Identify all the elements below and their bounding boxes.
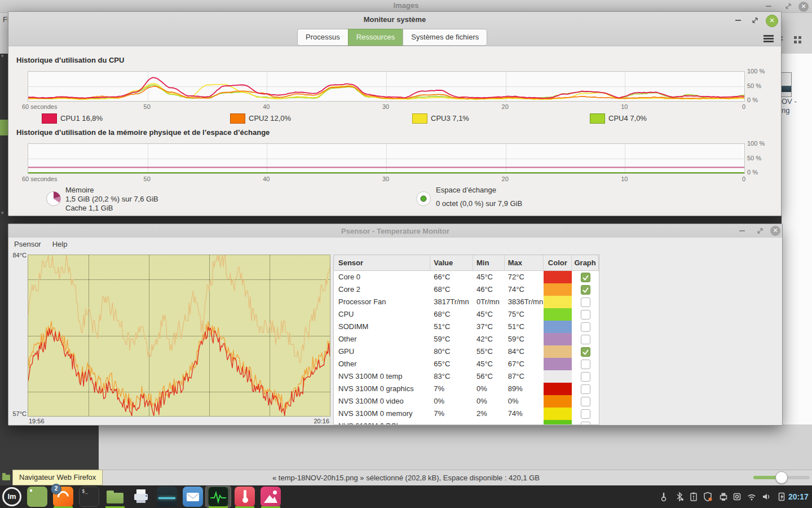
mail-icon[interactable] (183, 487, 203, 507)
background-maximize-icon[interactable] (785, 3, 792, 10)
table-row[interactable]: CPU68°C45°C75°C (334, 308, 599, 321)
legend-color-swatch[interactable] (42, 113, 57, 124)
sensor-name: NVS 3100M 0 temp (334, 370, 430, 383)
psensor-maximize-icon[interactable] (757, 227, 764, 234)
graph-checkbox[interactable] (581, 422, 590, 426)
file-caption[interactable]: OV - ng (782, 97, 811, 115)
graph-checkbox[interactable] (581, 285, 590, 295)
tray-volume-icon[interactable] (761, 492, 771, 502)
graph-checkbox[interactable] (581, 409, 590, 419)
sensor-value (430, 420, 473, 425)
sensor-color-swatch[interactable] (544, 333, 572, 345)
image-viewer-icon[interactable] (261, 487, 281, 507)
tab-syst-mes-de-fichiers[interactable]: Systèmes de fichiers (403, 29, 487, 46)
legend-color-swatch[interactable] (590, 113, 605, 124)
sensor-color-swatch[interactable] (544, 271, 572, 283)
tray-battery-icon[interactable] (776, 492, 787, 502)
memory-section-title: Historique d’utilisation de la mémoire p… (16, 128, 270, 137)
tray-printer-icon[interactable] (718, 492, 729, 502)
tray-clipboard-icon[interactable] (689, 492, 699, 502)
sensor-color-swatch[interactable] (544, 370, 572, 383)
graph-checkbox[interactable] (581, 273, 590, 282)
tray-wifi-icon[interactable] (747, 492, 757, 502)
table-row[interactable]: NVS 3100M 0 memory7%2%74% (334, 408, 599, 420)
sensor-color-swatch[interactable] (544, 383, 572, 395)
psensor-minimize-button[interactable] (739, 230, 745, 231)
sidebar-expander-icon[interactable]: ▾ (1, 53, 4, 59)
mint-menu-icon[interactable]: lm (2, 487, 21, 506)
graph-checkbox[interactable] (581, 335, 590, 344)
table-row[interactable]: NVS 3100M 0 video0%0%0% (334, 395, 599, 408)
sensor-color-swatch[interactable] (544, 308, 572, 321)
column-header-graph[interactable]: Graph (572, 255, 599, 270)
show-desktop-icon[interactable] (27, 487, 47, 507)
table-row[interactable]: NVS 3100M 0 PCIe (334, 420, 599, 425)
printer-launcher-icon[interactable] (131, 487, 151, 507)
tray-thermometer-icon[interactable] (659, 492, 669, 502)
monitor-minimize-button[interactable] (735, 20, 741, 21)
zoom-slider-handle[interactable] (775, 471, 788, 484)
psensor-window: Psensor - Temperature Monitor ✕ PsensorH… (8, 224, 783, 426)
graph-checkbox[interactable] (581, 310, 590, 319)
table-row[interactable]: Other65°C45°C67°C (334, 358, 599, 370)
legend-cpu1: CPU1 16,8% (42, 113, 166, 122)
zoom-slider[interactable] (753, 476, 810, 479)
sensor-color-swatch[interactable] (544, 321, 572, 333)
psensor-close-button[interactable]: ✕ (770, 226, 780, 236)
grid-view-icon[interactable] (794, 36, 802, 43)
tray-bluetooth-icon[interactable] (674, 492, 685, 502)
table-row[interactable]: Processor Fan3817Tr/mn0Tr/mn3836Tr/mn (334, 296, 599, 308)
column-header-max[interactable]: Max (505, 255, 544, 270)
desktop: Images ✕ Fichier ▾ ▾ OV - ng « temp-18NO… (0, 0, 812, 508)
firefox-icon[interactable]: 2 (53, 487, 73, 507)
column-header-min[interactable]: Min (473, 255, 505, 270)
sensor-color-swatch[interactable] (544, 358, 572, 370)
graph-checkbox-cell (572, 283, 599, 296)
sensor-color-swatch[interactable] (544, 283, 572, 296)
psensor-launcher-icon[interactable] (208, 487, 228, 507)
tray-shield-icon[interactable] (703, 492, 713, 502)
table-row[interactable]: Core 066°C45°C72°C (334, 271, 599, 283)
graph-checkbox[interactable] (581, 384, 590, 394)
graph-checkbox[interactable] (581, 360, 590, 369)
hamburger-menu-icon[interactable] (764, 35, 774, 42)
sensor-color-swatch[interactable] (544, 395, 572, 408)
graph-checkbox[interactable] (581, 372, 590, 382)
background-close-button[interactable]: ✕ (798, 2, 809, 12)
column-header-value[interactable]: Value (430, 255, 473, 270)
menu-psensor[interactable]: Psensor (14, 238, 41, 251)
file-thumbnail[interactable] (780, 72, 792, 97)
tray-backup-icon[interactable] (732, 492, 742, 502)
terminal-icon[interactable]: $_ (79, 487, 99, 507)
sensor-color-swatch[interactable] (544, 408, 572, 420)
taskbar-clock[interactable]: 20:17 (788, 492, 812, 501)
column-header-sensor[interactable]: Sensor (334, 255, 430, 270)
table-row[interactable]: Core 268°C46°C74°C (334, 283, 599, 296)
sensor-color-swatch[interactable] (544, 420, 572, 425)
sensor-value: 66°C (430, 271, 473, 283)
graph-checkbox[interactable] (581, 397, 590, 406)
monitor-close-button[interactable]: ✕ (766, 15, 778, 27)
table-row[interactable]: NVS 3100M 0 temp83°C56°C87°C (334, 370, 599, 383)
table-row[interactable]: Other59°C42°C59°C (334, 333, 599, 345)
table-row[interactable]: NVS 3100M 0 graphics7%0%89% (334, 383, 599, 395)
legend-color-swatch[interactable] (230, 113, 245, 124)
monitor-maximize-icon[interactable] (752, 17, 758, 24)
files-icon[interactable] (105, 487, 125, 507)
thermometer-launcher-icon[interactable] (235, 487, 255, 507)
sensor-color-swatch[interactable] (544, 296, 572, 308)
legend-color-swatch[interactable] (412, 113, 427, 124)
column-header-color[interactable]: Color (544, 255, 572, 270)
table-row[interactable]: SODIMM51°C37°C51°C (334, 321, 599, 333)
table-row[interactable]: GPU80°C55°C84°C (334, 345, 599, 358)
graph-checkbox[interactable] (581, 347, 590, 357)
tab-processus[interactable]: Processus (297, 29, 348, 46)
menu-help[interactable]: Help (52, 238, 68, 251)
tab-ressources[interactable]: Ressources (348, 29, 404, 46)
graph-checkbox[interactable] (581, 322, 590, 332)
sensor-color-swatch[interactable] (544, 345, 572, 358)
statusbar-places-toggle[interactable] (0, 470, 12, 485)
graph-checkbox[interactable] (581, 297, 590, 307)
screen-tool-icon[interactable] (157, 487, 177, 507)
background-minimize-button[interactable] (766, 6, 771, 7)
